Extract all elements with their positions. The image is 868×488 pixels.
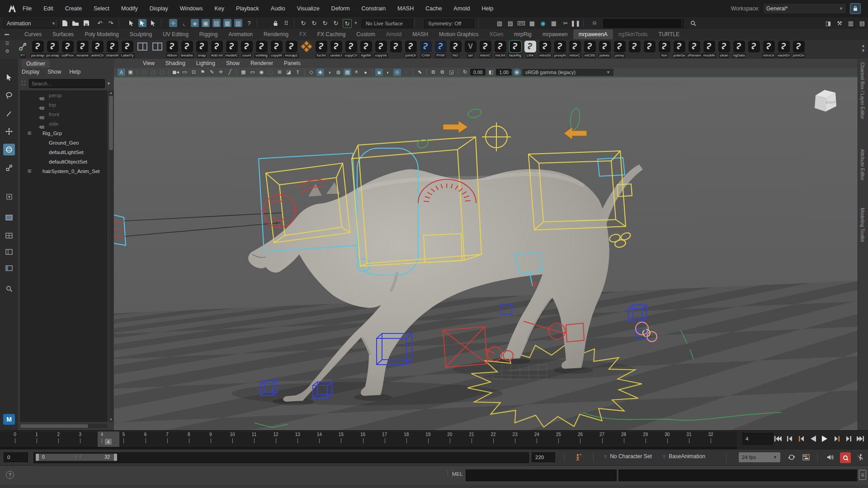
shelf-tool[interactable]: V cutProx [60,40,75,58]
lock-camera-icon[interactable]: ▣ [127,69,134,76]
render-view-icon[interactable]: ▧ [495,19,504,27]
outliner-item[interactable]: defaultObjectSet [20,157,108,166]
shelf-tool[interactable]: V NG [448,40,463,58]
live-surface-field[interactable]: No Live Surface [362,19,413,28]
timeline-frame[interactable]: 10 [232,432,254,447]
shelf-tool[interactable]: V animCh [90,40,105,58]
viewport-menu-item[interactable]: Shading [165,60,185,66]
menu-item[interactable]: Constrain [362,5,386,12]
outliner-item[interactable]: Ground_Geo [20,138,108,147]
tab-modeling-toolkit[interactable]: Modeling Toolkit [860,208,865,242]
timeline-frame[interactable]: 24 [537,432,558,447]
outliner-horizontal-scrollbar[interactable] [20,424,108,428]
motion-blur-icon[interactable]: ◐ [384,69,392,76]
shelf-tool[interactable]: V jointOn [791,40,806,58]
zoom-tool-icon[interactable] [3,283,15,295]
paint-select-tool-button[interactable] [3,108,15,119]
resolution-gate-icon[interactable]: ⊡ [190,69,198,76]
color-management-icon[interactable]: ◉ [513,69,521,76]
gate-mask-icon[interactable]: ⚑ [199,69,207,76]
viewport-scene[interactable]: RIGHT [114,77,858,430]
time-editor-icon[interactable] [801,452,811,462]
menu-item[interactable]: Playback [236,5,259,12]
cut-scissors-icon[interactable]: ✂ [561,19,570,27]
shelf-tab[interactable]: TURTLE [653,29,685,39]
menu-item[interactable]: Arnold [453,5,470,12]
playback-loop-icon[interactable] [787,452,797,462]
scrollbar-thumb[interactable] [109,96,113,150]
timeline-frame[interactable]: 20 [450,432,472,447]
scrollbar-thumb[interactable] [20,424,88,428]
render-setup-icon[interactable]: ▦ [550,19,558,27]
timeline-frame[interactable]: 29 [646,432,667,447]
workspace-select[interactable]: General* ▼ [763,3,846,14]
bookmark-icon[interactable]: ▢ [140,69,148,76]
shelf-tool[interactable]: V mirorC [567,40,582,58]
shelf-tab[interactable]: Animation [223,29,258,39]
symmetry-field[interactable]: Symmetry: Off [424,19,474,28]
menu-item[interactable]: Key [215,5,225,12]
shadows-icon[interactable]: ☀ [353,69,360,76]
go-to-end-button[interactable] [854,433,866,444]
outliner-menu-item[interactable]: Show [47,69,61,75]
anti-alias-icon[interactable]: ◎ [393,69,401,76]
help-button[interactable]: ? [6,471,14,479]
view-transform-select[interactable]: sRGB gamma (legacy) ▼ [522,69,613,76]
shelf-tool[interactable]: V snap [194,40,209,58]
animation-preferences-icon[interactable] [855,452,865,462]
shelf-tab[interactable]: Sculpting [124,29,157,39]
timeline-frame[interactable]: 1 [37,432,58,447]
anim-layer-select[interactable]: ▽ BaseAnimation [663,453,705,460]
shelf-tool[interactable]: V sel [463,40,478,58]
render-settings-icon[interactable]: ▩ [528,19,536,27]
two-d-pan-icon[interactable]: ▢ [158,69,166,76]
shelf-tool[interactable]: V pa-snap [30,40,45,58]
menu-item[interactable]: Select [94,5,109,12]
shelf-tool[interactable]: V clean [717,40,731,58]
history-4-icon[interactable]: ↻ [332,19,340,27]
shelf-tool[interactable]: V [642,40,657,58]
snap-release-icon[interactable]: ? [245,19,253,27]
field-chart-icon[interactable]: ✎ [208,69,216,76]
shelf-tool[interactable]: V [627,40,642,58]
image-plane-icon[interactable]: ▢ [149,69,157,76]
shelf-tab[interactable]: mrpRig [509,29,537,39]
outliner-panel-tab[interactable]: Outliner [22,60,50,68]
timeline-frame[interactable]: 12 [276,432,297,447]
timeline-frame[interactable]: 7 [167,432,189,447]
range-start-handle[interactable] [36,454,39,461]
shelf-tab[interactable]: Motion Graphics [434,29,484,39]
xray-icon[interactable]: ⧉ [429,69,437,76]
menu-item[interactable]: Help [482,5,494,12]
shelf-tool[interactable]: V rigData [731,40,746,58]
gamma-icon[interactable]: ◧ [487,69,495,76]
shelf-tool[interactable]: V mirorC [478,40,493,58]
outliner-item[interactable]: side [20,119,108,128]
fps-select[interactable]: 24 fps ▼ [739,452,780,462]
ipr-render-icon[interactable]: IPR [517,19,525,27]
shelf-tab[interactable]: FX [294,29,311,39]
new-scene-button[interactable] [61,19,69,27]
snap-projected-center-icon[interactable]: ▣ [202,19,210,27]
outliner-item[interactable]: front [20,109,108,119]
history-2-icon[interactable]: ↻ [310,19,318,27]
outliner-menu-item[interactable]: Help [69,69,80,75]
safe-frames-icon[interactable]: ◪ [285,69,292,76]
range-end-handle[interactable] [114,454,117,461]
outliner-item[interactable]: ⊞ hairSystem_0_Anim_Set [20,166,108,176]
shelf-tool[interactable]: V LabelTy [120,40,135,58]
shelf-tool[interactable]: V [150,40,165,58]
timeline-frame[interactable]: 26 [580,432,602,447]
screen-space-ao-icon[interactable]: ◙ [375,69,383,76]
shelf-tab[interactable]: Rigging [194,29,223,39]
snap-history-icon[interactable]: ▥ [234,19,242,27]
animation-end-field[interactable]: 220 [532,452,555,462]
shelf-tool[interactable]: V [299,40,314,58]
evaluation-mode-icon[interactable]: ↻ [343,19,352,28]
grid-icon[interactable]: ▦ [240,69,247,76]
outliner-item[interactable]: defaultLightSet [20,147,108,157]
construction-history-icon[interactable]: ↻ [299,19,307,27]
depth-of-field-icon[interactable]: ▫ [402,69,410,76]
shelf-tab[interactable]: mrpaween [537,29,573,39]
toggle-tool-settings-icon[interactable]: ⚒ [835,19,844,27]
